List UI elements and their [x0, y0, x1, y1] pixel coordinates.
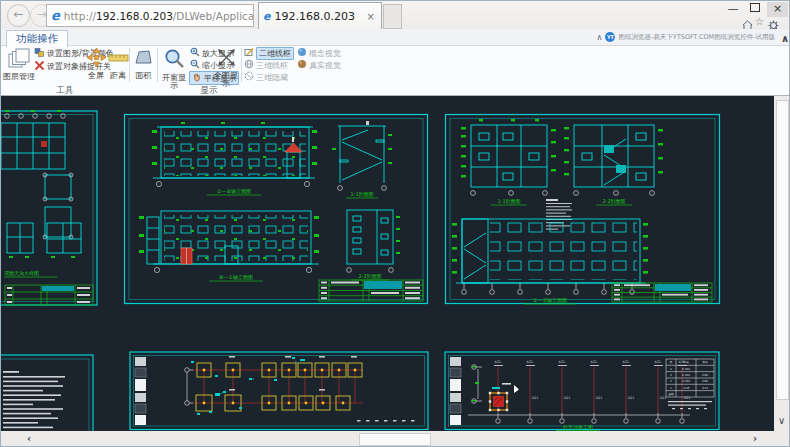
- area-shape-icon: [133, 53, 154, 72]
- wireframe-2d-label: 二维线框: [256, 47, 294, 60]
- ribbon-collapse-icon[interactable]: ∧: [781, 33, 789, 44]
- tab-favicon: e: [263, 10, 270, 23]
- svg-text:KZ1: KZ1: [564, 396, 570, 400]
- svg-text:-0.05: -0.05: [682, 386, 689, 390]
- selected-column[interactable]: [489, 383, 519, 411]
- notes-lines: [3, 371, 65, 428]
- url-path: /DLWeb/Application/YTDe: [173, 10, 254, 22]
- section2-title: 2-2剖面图: [602, 198, 625, 205]
- svg-text:KZ1: KZ1: [684, 396, 690, 400]
- hidden-3d-label: 三维隐藏: [256, 72, 288, 83]
- section-title: 2-2剖面图: [358, 273, 381, 280]
- svg-text:KZ1: KZ1: [596, 396, 602, 400]
- address-bar[interactable]: e http://192.168.0.203/DLWeb/Application…: [46, 4, 254, 27]
- zoom-out-icon: [190, 59, 200, 71]
- sheet-a-note: 屋面天沟大样图: [4, 270, 39, 277]
- ruler-icon: [108, 53, 129, 72]
- zoom-in-icon: [190, 47, 200, 59]
- scrollbar-corner: [774, 431, 790, 447]
- favorites-star-icon[interactable]: ☆: [755, 16, 767, 28]
- trial-text: 图纸浏览器-易天下YTSOFT.COM图纸浏览控件-试用版: [618, 33, 775, 42]
- kz-labels-top: KZ1KZ1KZ1KZ1KZ1KZ1KZ1: [495, 360, 685, 364]
- wireframe-3d-icon: [244, 59, 254, 71]
- svg-text:层: 层: [670, 360, 673, 364]
- concept-style-button[interactable]: 概念视觉: [297, 47, 341, 59]
- browser-tab[interactable]: e 192.168.0.203 ×: [258, 2, 382, 29]
- maximize-icon: [750, 3, 760, 12]
- svg-text:KZ1: KZ1: [655, 360, 661, 364]
- svg-text:1: 1: [670, 386, 672, 390]
- ie-page-icon: e: [51, 8, 60, 23]
- horizontal-scroll-thumb[interactable]: [359, 433, 431, 446]
- sheet-notes-partial: [1, 349, 99, 431]
- wireframe-2d-button[interactable]: 二维线框: [244, 47, 294, 59]
- layer-manager-button[interactable]: 图层管理: [3, 47, 35, 81]
- tab-close-icon[interactable]: ×: [367, 11, 375, 22]
- ribbon-separator: [157, 48, 158, 82]
- kz-labels-mid: KZ1KZ1KZ1KZ1KZ1KZ1: [532, 396, 690, 400]
- realistic-style-button[interactable]: 真实视觉: [297, 59, 341, 71]
- cursor-arrow: [514, 385, 519, 393]
- columns-title: 柱平法施工图: [563, 424, 593, 431]
- svg-text:KZ1: KZ1: [591, 360, 597, 364]
- svg-text:基础: 基础: [668, 392, 674, 396]
- svg-text:KZ1: KZ1: [559, 360, 565, 364]
- scroll-right-icon[interactable]: ›: [753, 434, 757, 444]
- svg-text:2.80: 2.80: [702, 379, 708, 383]
- palette-icon: [34, 47, 45, 60]
- url-domain: 192.168.0.203: [96, 10, 173, 22]
- wireframe-2d-icon: [244, 47, 254, 59]
- section1-title: 1-1剖面图: [497, 198, 520, 205]
- yt-logo: YT: [605, 32, 615, 42]
- home-icon[interactable]: [742, 16, 754, 28]
- area-button[interactable]: 面积: [131, 47, 155, 80]
- maximize-button[interactable]: [745, 2, 765, 17]
- minimize-button[interactable]: —: [723, 2, 743, 17]
- distance-button[interactable]: 距离: [107, 47, 129, 80]
- sheet-elevations: ①—⑩轴立面图 1-1剖面图: [123, 113, 429, 305]
- svg-text:3.51: 3.51: [702, 386, 708, 390]
- url-scheme: http://: [64, 10, 96, 22]
- svg-text:标高: 标高: [682, 360, 689, 364]
- svg-text:KZ1: KZ1: [495, 360, 501, 364]
- stair-strip: [135, 357, 146, 425]
- storey-table: 层标高层高 49.060 36.2602.80 23.4602.80 1-0.0…: [666, 359, 714, 409]
- ribbon-tab-function[interactable]: 功能操作: [6, 30, 68, 47]
- new-tab-button[interactable]: [383, 4, 402, 29]
- pan-hand-icon: [192, 72, 202, 84]
- hidden-3d-icon: [244, 71, 254, 83]
- settings-gear-icon[interactable]: [768, 16, 780, 28]
- horizontal-scrollbar[interactable]: ‹ ›: [1, 431, 774, 447]
- hidden-3d-button[interactable]: 三维隐藏: [244, 71, 288, 83]
- fullscreen-button[interactable]: 全屏: [85, 47, 107, 80]
- svg-text:3.460: 3.460: [682, 379, 690, 383]
- cad-viewport[interactable]: 屋面天沟大样图 ①—⑩轴立面图: [1, 96, 774, 431]
- browser-chrome: ← → e http://192.168.0.203/DLWeb/Applica…: [1, 1, 790, 29]
- svg-text:6.260: 6.260: [682, 373, 690, 377]
- wireframe-3d-button[interactable]: 三维线框: [244, 59, 288, 71]
- area-label: 面积: [131, 72, 155, 80]
- back-button[interactable]: ←: [7, 4, 30, 27]
- elev3-title: ①—⑦轴立面图: [533, 297, 567, 304]
- scroll-down-icon[interactable]: ∨: [778, 416, 785, 426]
- svg-text:2: 2: [670, 379, 672, 383]
- trial-chevron-icon: ∧: [597, 33, 603, 42]
- close-button[interactable]: ×: [767, 2, 788, 17]
- ribbon-tab-strip: 功能操作 ∧ YT 图纸浏览器-易天下YTSOFT.COM图纸浏览控件-试用版 …: [1, 29, 790, 46]
- svg-text:KZ1: KZ1: [660, 396, 666, 400]
- vertical-scroll-thumb[interactable]: [776, 100, 789, 400]
- window-zoom-button[interactable]: 开窗显示: [159, 47, 189, 90]
- trial-banner: ∧ YT 图纸浏览器-易天下YTSOFT.COM图纸浏览控件-试用版: [597, 32, 775, 42]
- svg-text:KZ1: KZ1: [532, 396, 538, 400]
- vertical-scrollbar[interactable]: ∨: [774, 96, 790, 431]
- ribbon-body: 图层管理 设置图形/背景颜色 设置对象捕捉开关 全屏 距离 面积: [1, 46, 790, 85]
- svg-text:KZ1: KZ1: [527, 360, 533, 364]
- tab-title: 192.168.0.203: [274, 10, 360, 23]
- scroll-left-icon[interactable]: ‹: [27, 434, 31, 444]
- fit-arrows-icon: [216, 53, 237, 72]
- fit-view-button[interactable]: 全图显示: [211, 47, 241, 88]
- realistic-style-label: 真实视觉: [309, 60, 341, 71]
- svg-text:KZ1: KZ1: [623, 360, 629, 364]
- stair-title: 1-1剖面图: [350, 191, 373, 198]
- elev1-title: ①—⑩轴立面图: [217, 188, 251, 195]
